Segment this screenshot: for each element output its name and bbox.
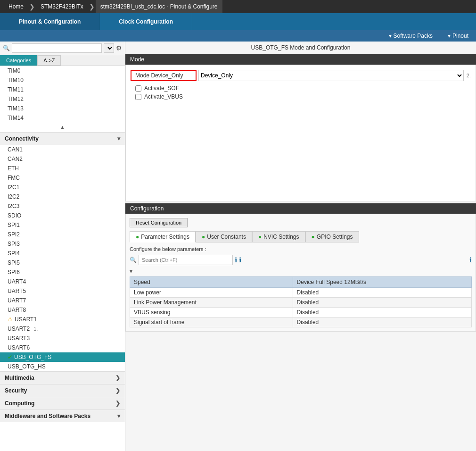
scroll-up-button[interactable]: ▲ [0,123,125,132]
sidebar-item-uart8[interactable]: UART8 [0,305,125,315]
sidebar-category-multimedia[interactable]: Multimedia ❯ [0,371,125,384]
mode-dropdown[interactable]: Device_Only [198,70,464,81]
sidebar-item-sdio[interactable]: SDIO [0,211,125,220]
mode-label: Mode [135,72,149,79]
sidebar-category-security[interactable]: Security ❯ [0,384,125,397]
sidebar-item-usb-otg-hs[interactable]: USB_OTG_HS [0,362,125,371]
check-circle-icon3: ● [258,234,262,240]
sidebar-item-usb-otg-fs[interactable]: ✔ USB_OTG_FS [0,352,125,362]
config-search-input[interactable] [139,255,233,265]
sidebar-item-usart1[interactable]: ⚠ USART1 [0,315,125,324]
title-bar: Home ❯ STM32F429BITx ❯ stm32f429BI_usb_c… [0,0,476,13]
config-tab-nvic[interactable]: ● NVIC Settings [252,231,305,242]
software-packs-label: Software Packs [394,33,433,39]
main-layout: 🔍 ⚙ Categories A->Z TIM0 TIM10 TIM11 TIM… [0,42,476,451]
mode-value-text: Device_Only [151,72,183,79]
tab-pinout-config[interactable]: Pinout & Configuration [0,13,100,30]
check-circle-icon4: ● [312,234,315,240]
config-section-header: Configuration [125,203,476,214]
sidebar-item-usart6[interactable]: USART6 [0,343,125,352]
sidebar-item-uart4[interactable]: UART4 [0,277,125,286]
reset-config-button[interactable]: Reset Configuration [130,218,188,227]
sidebar-item-tim13[interactable]: TIM13 [0,104,125,113]
gear-icon[interactable]: ⚙ [116,44,122,52]
sidebar-items: TIM0 TIM10 TIM11 TIM12 TIM13 TIM14 ▲ Con… [0,66,125,451]
software-packs-btn[interactable]: ▾ Software Packs [381,30,440,42]
warning-icon-usart1: ⚠ [8,316,13,323]
table-cell-vbus-label: VBUS sensing [130,308,293,317]
sidebar-category-connectivity[interactable]: Connectivity ▾ [0,132,125,145]
tab-categories[interactable]: Categories [0,55,37,66]
sidebar-item-i2c2[interactable]: I2C2 [0,192,125,201]
breadcrumb-sep1: ❯ [29,3,35,10]
mode-spacer [131,102,471,196]
sidebar-item-usart3[interactable]: USART3 [0,334,125,343]
sidebar-item-spi6[interactable]: SPI6 [0,267,125,277]
breadcrumb-home[interactable]: Home [4,0,28,13]
sidebar-item-eth[interactable]: ETH [0,164,125,173]
info-icon[interactable]: ℹ [235,256,237,264]
mode-label-box: Mode Device_Only [131,70,197,81]
activate-sof-label: Activate_SOF [144,85,179,92]
info-icon2[interactable]: ℹ [239,256,241,264]
breadcrumb-file[interactable]: stm32f429BI_usb_cdc.ioc - Pinout & Confi… [96,0,222,13]
mode-section: Mode Mode Device_Only Device_Only 2. Act… [125,54,476,201]
sidebar-category-computing[interactable]: Computing ❯ [0,397,125,409]
sidebar-item-tim0[interactable]: TIM0 [0,66,125,75]
config-tab-gpio[interactable]: ● GPIO Settings [305,231,359,242]
breadcrumb-device[interactable]: STM32F429BITx [36,0,88,13]
table-header-value: Device Full Speed 12MBit/s [293,277,471,288]
expand-button[interactable]: ▾ [130,268,132,275]
chevron-down-icon: ▾ [389,33,392,39]
step1-label: 1. [33,326,38,332]
mode-row: Mode Device_Only Device_Only 2. [131,70,471,81]
pinout-label: Pinout [452,33,468,39]
sidebar-item-can2[interactable]: CAN2 [0,154,125,164]
sidebar-item-uart5[interactable]: UART5 [0,286,125,296]
table-row: Link Power Management Disabled [130,298,472,308]
sidebar-item-fmc[interactable]: FMC [0,173,125,183]
activate-sof-checkbox[interactable] [135,85,141,92]
check-circle-icon: ● [136,234,139,240]
tab-clock-config[interactable]: Clock Configuration [100,13,192,30]
sidebar-item-tim10[interactable]: TIM10 [0,75,125,85]
sidebar-item-spi2[interactable]: SPI2 [0,230,125,239]
computing-label: Computing [5,400,34,407]
sidebar-item-i2c1[interactable]: I2C1 [0,183,125,192]
connectivity-label: Connectivity [5,135,39,142]
tab-az[interactable]: A->Z [37,55,61,66]
sidebar-item-spi4[interactable]: SPI4 [0,249,125,258]
tab-param-label: Parameter Settings [141,234,189,240]
activate-vbus-checkbox[interactable] [135,94,141,100]
search-icon2: 🔍 [130,257,137,263]
sidebar-item-i2c3[interactable]: I2C3 [0,201,125,211]
sidebar-item-spi3[interactable]: SPI3 [0,239,125,249]
search-input[interactable] [12,43,102,53]
sidebar-item-tim14[interactable]: TIM14 [0,113,125,123]
sidebar-item-can1[interactable]: CAN1 [0,145,125,154]
sidebar-item-uart7[interactable]: UART7 [0,296,125,305]
sidebar-item-spi1[interactable]: SPI1 [0,220,125,230]
expand-multimedia-icon: ❯ [115,375,120,381]
tab-nvic-label: NVIC Settings [263,234,299,240]
config-search-bar: 🔍 ℹ ℹ ℹ [130,255,472,265]
sidebar-item-tim11[interactable]: TIM11 [0,85,125,94]
sidebar-search-bar: 🔍 ⚙ [0,42,125,55]
config-section: Configuration Reset Configuration ● Para… [125,201,476,332]
config-tab-params[interactable]: ● Parameter Settings [130,231,196,242]
tab-gpio-label: GPIO Settings [317,234,353,240]
sidebar-item-spi5[interactable]: SPI5 [0,258,125,267]
content-area: USB_OTG_FS Mode and Configuration Mode M… [125,42,476,451]
search-select[interactable] [104,43,114,53]
params-table: Speed Device Full Speed 12MBit/s Low pow… [130,276,472,327]
top-tabs: Pinout & Configuration Clock Configurati… [0,13,476,30]
config-tab-user[interactable]: ● User Constants [196,231,252,242]
sidebar-category-middleware[interactable]: Middleware and Software Packs ▾ [0,409,125,422]
pinout-btn[interactable]: ▾ Pinout [440,30,476,42]
config-info-text: Configure the below parameters : [130,246,472,252]
sidebar-item-usart2[interactable]: USART2 1. [0,324,125,334]
sidebar-item-tim12[interactable]: TIM12 [0,94,125,104]
table-cell-link-power-label: Link Power Management [130,298,293,308]
info-icon3[interactable]: ℹ [469,256,472,264]
step2-label: 2. [467,73,471,78]
